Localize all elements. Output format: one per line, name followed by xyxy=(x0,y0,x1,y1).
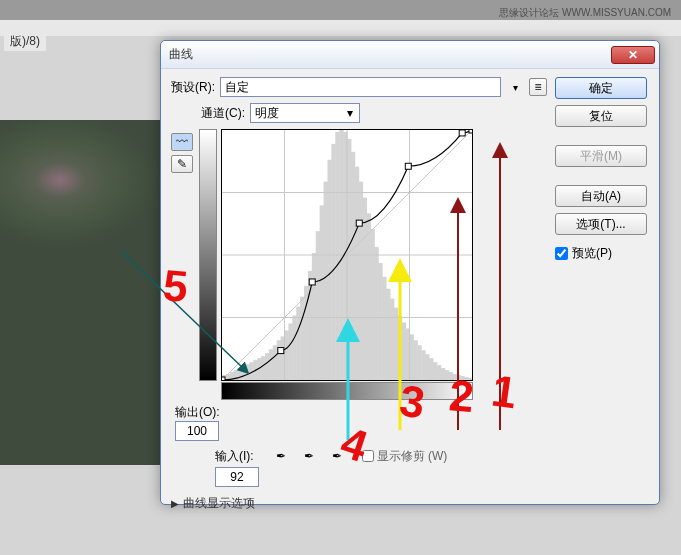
preview-label: 预览(P) xyxy=(572,245,612,262)
curve-point-tool[interactable]: 〰 xyxy=(171,133,193,151)
svg-rect-58 xyxy=(449,372,453,380)
svg-rect-41 xyxy=(382,277,386,380)
svg-rect-73 xyxy=(309,279,315,285)
svg-rect-45 xyxy=(398,316,402,380)
close-icon: ✕ xyxy=(628,48,638,62)
dropdown-icon[interactable]: ▾ xyxy=(506,78,524,96)
watermark-text: 思缘设计论坛 WWW.MISSYUAN.COM xyxy=(499,6,671,20)
photo-preview xyxy=(0,120,185,465)
auto-button[interactable]: 自动(A) xyxy=(555,185,647,207)
smooth-button[interactable]: 平滑(M) xyxy=(555,145,647,167)
curve-display-options-toggle[interactable]: ▶ 曲线显示选项 xyxy=(171,495,547,512)
svg-rect-14 xyxy=(277,340,281,380)
svg-rect-28 xyxy=(331,144,335,380)
disclosure-triangle-icon: ▶ xyxy=(171,498,179,509)
preset-label: 预设(R): xyxy=(171,79,215,96)
svg-rect-35 xyxy=(359,182,363,380)
svg-rect-75 xyxy=(405,163,411,169)
eyedropper-icon: ✒ xyxy=(276,449,286,463)
pencil-tool[interactable]: ✎ xyxy=(171,155,193,173)
svg-rect-59 xyxy=(452,374,456,380)
pencil-icon: ✎ xyxy=(177,157,187,171)
svg-rect-74 xyxy=(356,220,362,226)
svg-rect-55 xyxy=(437,365,441,380)
ok-button[interactable]: 确定 xyxy=(555,77,647,99)
preset-combo[interactable] xyxy=(220,77,501,97)
channel-combo[interactable] xyxy=(250,103,360,123)
titlebar[interactable]: 曲线 ✕ xyxy=(161,41,659,69)
svg-rect-44 xyxy=(394,308,398,380)
svg-rect-20 xyxy=(300,297,304,380)
svg-rect-18 xyxy=(292,316,296,380)
disclosure-label: 曲线显示选项 xyxy=(183,495,255,512)
svg-rect-48 xyxy=(410,334,414,380)
svg-rect-23 xyxy=(312,253,316,380)
cancel-button[interactable]: 复位 xyxy=(555,105,647,127)
svg-rect-26 xyxy=(324,182,328,380)
svg-rect-10 xyxy=(261,356,265,380)
svg-rect-76 xyxy=(459,130,465,136)
options-button[interactable]: 选项(T)... xyxy=(555,213,647,235)
menu-icon: ≡ xyxy=(534,80,541,94)
eyedropper-icon: ✒ xyxy=(332,449,342,463)
curve-icon: 〰 xyxy=(176,135,188,149)
document-tab[interactable]: 版)/8) xyxy=(4,32,46,51)
show-clipping-checkbox[interactable] xyxy=(362,450,374,462)
curves-dialog: 曲线 ✕ 预设(R): ▾ ≡ 通道(C): ▾ xyxy=(160,40,660,505)
curves-graph[interactable] xyxy=(221,129,473,381)
svg-rect-11 xyxy=(265,353,269,380)
svg-rect-38 xyxy=(370,229,374,380)
svg-rect-62 xyxy=(464,377,468,380)
input-label: 输入(I): xyxy=(215,448,254,465)
eyedropper-icon: ✒ xyxy=(304,449,314,463)
show-clipping-wrap[interactable]: 显示修剪 (W) xyxy=(362,448,448,465)
dropdown-icon[interactable]: ▾ xyxy=(347,106,353,120)
input-gradient xyxy=(221,382,473,400)
gray-point-dropper[interactable]: ✒ xyxy=(298,445,320,467)
channel-label: 通道(C): xyxy=(201,105,245,122)
svg-rect-50 xyxy=(417,345,421,380)
svg-rect-72 xyxy=(278,348,284,354)
svg-rect-51 xyxy=(421,350,425,380)
svg-rect-34 xyxy=(355,167,359,380)
black-point-dropper[interactable]: ✒ xyxy=(270,445,292,467)
channel-row: 通道(C): ▾ xyxy=(171,103,547,123)
svg-rect-61 xyxy=(460,376,464,380)
svg-rect-40 xyxy=(378,263,382,380)
preset-menu-button[interactable]: ≡ xyxy=(529,78,547,96)
svg-rect-63 xyxy=(468,378,472,380)
svg-rect-49 xyxy=(413,340,417,380)
svg-rect-33 xyxy=(351,152,355,380)
output-gradient xyxy=(199,129,217,381)
svg-rect-16 xyxy=(285,330,289,380)
svg-rect-42 xyxy=(386,289,390,380)
svg-rect-56 xyxy=(441,368,445,380)
white-point-dropper[interactable]: ✒ xyxy=(326,445,348,467)
svg-rect-7 xyxy=(249,362,253,380)
preview-wrap[interactable]: 预览(P) xyxy=(555,245,647,262)
svg-rect-54 xyxy=(433,362,437,380)
close-button[interactable]: ✕ xyxy=(611,46,655,64)
dialog-title: 曲线 xyxy=(169,46,611,63)
svg-rect-13 xyxy=(273,345,277,380)
svg-rect-39 xyxy=(374,247,378,380)
svg-rect-46 xyxy=(402,322,406,380)
svg-rect-5 xyxy=(242,366,246,380)
svg-rect-6 xyxy=(245,364,249,380)
output-field[interactable] xyxy=(175,421,219,441)
svg-rect-36 xyxy=(363,197,367,380)
svg-rect-71 xyxy=(222,377,225,380)
input-field[interactable] xyxy=(215,467,259,487)
svg-rect-17 xyxy=(288,323,292,380)
preset-row: 预设(R): ▾ ≡ xyxy=(171,77,547,97)
svg-rect-77 xyxy=(469,130,472,133)
svg-rect-37 xyxy=(367,213,371,380)
output-label: 输出(O): xyxy=(175,404,220,421)
svg-rect-53 xyxy=(429,358,433,380)
preview-checkbox[interactable] xyxy=(555,247,568,260)
svg-rect-29 xyxy=(335,132,339,380)
svg-rect-43 xyxy=(390,299,394,380)
svg-rect-24 xyxy=(316,231,320,380)
svg-rect-25 xyxy=(320,205,324,380)
svg-rect-12 xyxy=(269,349,273,380)
